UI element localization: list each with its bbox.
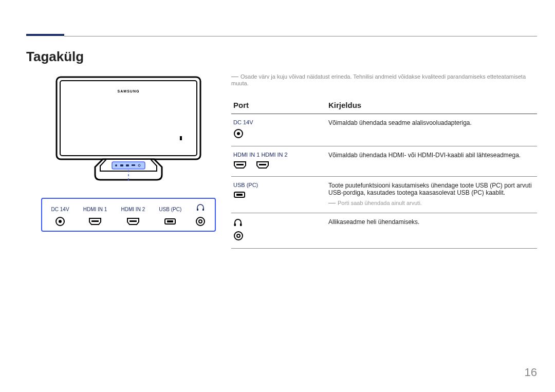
hdmi-port-icon (126, 215, 140, 228)
port-description-table: Port Kirjeldus DC 14V Võimaldab ühendada… (231, 98, 537, 249)
usb-port-icon (233, 191, 246, 199)
svg-rect-15 (167, 220, 173, 222)
port-col-hdmi1: HDMI IN 1 (83, 207, 107, 228)
svg-rect-25 (236, 194, 243, 196)
port-col-headphone (195, 204, 206, 228)
headphone-icon (233, 218, 243, 228)
port-row-label: USB (PC) (233, 182, 324, 188)
port-col-usb: USB (PC) (159, 207, 181, 228)
table-header-port: Port (231, 98, 326, 114)
port-label: HDMI IN 1 (83, 207, 107, 212)
headphone-icon (196, 204, 205, 212)
svg-rect-7 (132, 164, 135, 166)
chapter-mark (26, 21, 64, 36)
svg-rect-12 (91, 220, 99, 222)
port-label: USB (PC) (159, 207, 181, 212)
dash-icon: ― (231, 72, 238, 80)
port-label: HDMI IN 2 (121, 207, 145, 212)
port-row-label: HDMI IN 1 HDMI IN 2 (233, 152, 324, 158)
page-title: Tagakülg (26, 49, 84, 65)
hdmi-port-icon (88, 215, 102, 228)
svg-point-29 (237, 234, 240, 237)
svg-point-4 (115, 164, 117, 166)
rear-diagram: SAMSUNG DC 14V HDMI IN 1 HDMI IN 2 (41, 74, 216, 232)
svg-rect-5 (120, 164, 123, 166)
dc-port-icon (233, 128, 244, 140)
table-row: DC 14V Võimaldab ühendada seadme alalisv… (231, 114, 537, 146)
table-row: HDMI IN 1 HDMI IN 2 Võimaldab ühendada H… (231, 146, 537, 177)
table-row: USB (PC) Toote puutefunktsiooni kasutami… (231, 177, 537, 213)
port-label: DC 14V (51, 207, 69, 212)
monitor-illustration: SAMSUNG (54, 74, 203, 182)
page-number: 16 (525, 366, 537, 379)
svg-point-21 (237, 132, 240, 135)
port-panel-detail: DC 14V HDMI IN 1 HDMI IN 2 USB (PC) (41, 198, 216, 232)
top-rule (64, 36, 537, 36)
brand-text: SAMSUNG (118, 89, 140, 93)
hdmi-port-icon (233, 161, 247, 170)
svg-rect-13 (130, 220, 137, 222)
svg-rect-6 (126, 164, 129, 166)
audio-port-icon (195, 215, 206, 228)
svg-point-11 (59, 220, 62, 223)
svg-rect-2 (180, 136, 182, 140)
svg-point-18 (196, 217, 205, 226)
svg-rect-22 (236, 164, 244, 165)
description-area: ―Osade värv ja kuju võivad näidatust eri… (231, 72, 537, 249)
port-row-label: DC 14V (233, 119, 324, 125)
port-row-desc: Võimaldab ühendada HDMI- või HDMI-DVI-ka… (328, 152, 535, 159)
svg-point-28 (234, 232, 243, 240)
table-header-desc: Kirjeldus (326, 98, 537, 114)
svg-rect-27 (240, 223, 242, 226)
port-row-subnote: ―Porti saab ühendada ainult arvuti. (328, 198, 535, 207)
usb-port-icon (164, 215, 176, 228)
port-row-desc: Võimaldab ühendada seadme alalisvooluada… (328, 119, 535, 126)
dc-port-icon (55, 215, 65, 228)
svg-rect-16 (197, 209, 198, 211)
svg-rect-23 (259, 164, 266, 165)
port-row-desc: Allikaseadme heli ühendamiseks. (328, 218, 535, 226)
audio-port-icon (233, 231, 244, 242)
svg-point-19 (199, 220, 202, 223)
svg-rect-17 (202, 209, 204, 211)
dash-icon: ― (328, 198, 336, 207)
port-col-hdmi2: HDMI IN 2 (121, 207, 145, 228)
svg-rect-26 (234, 223, 236, 226)
table-row: Allikaseadme heli ühendamiseks. (231, 213, 537, 249)
hdmi-port-icon (256, 161, 269, 170)
top-note: ―Osade värv ja kuju võivad näidatust eri… (231, 72, 537, 86)
port-row-desc: Toote puutefunktsiooni kasutamiseks ühen… (328, 182, 535, 196)
port-col-dc: DC 14V (51, 207, 69, 228)
